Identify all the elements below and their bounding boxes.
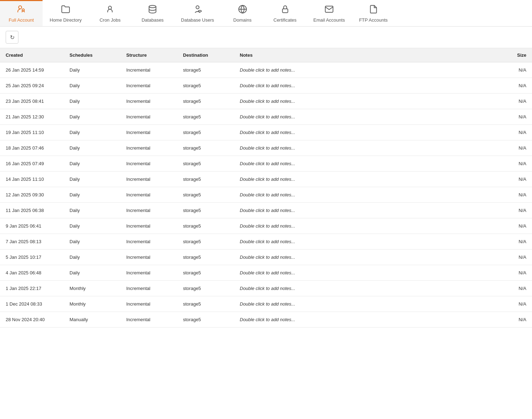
cell-created: 4 Jan 2025 06:48	[0, 265, 64, 281]
cell-structure: Incremental	[121, 109, 177, 125]
table-row[interactable]: 1 Jan 2025 22:17MonthlyIncrementalstorag…	[0, 281, 532, 296]
table-row[interactable]: 28 Nov 2024 20:40ManuallyIncrementalstor…	[0, 312, 532, 328]
table-row[interactable]: 11 Jan 2025 06:38DailyIncrementalstorage…	[0, 203, 532, 218]
cell-notes[interactable]: Double click to add notes...	[234, 312, 504, 328]
cell-destination: storage5	[177, 140, 234, 156]
svg-point-2	[109, 6, 112, 9]
cell-notes[interactable]: Double click to add notes...	[234, 234, 504, 250]
refresh-button[interactable]: ↻	[6, 31, 18, 44]
cell-notes[interactable]: Double click to add notes...	[234, 187, 504, 203]
cell-size: N/A	[504, 109, 532, 125]
cell-created: 18 Jan 2025 07:46	[0, 140, 64, 156]
cell-created: 16 Jan 2025 07:49	[0, 156, 64, 172]
cell-notes[interactable]: Double click to add notes...	[234, 125, 504, 140]
cell-schedules: Daily	[64, 218, 121, 234]
col-header-notes: Notes	[234, 48, 504, 62]
email-accounts-label: Email Accounts	[314, 17, 345, 23]
cell-destination: storage5	[177, 109, 234, 125]
table-row[interactable]: 21 Jan 2025 12:30DailyIncrementalstorage…	[0, 109, 532, 125]
cell-notes[interactable]: Double click to add notes...	[234, 296, 504, 312]
full-account-label: Full Account	[9, 17, 34, 23]
table-row[interactable]: 1 Dec 2024 08:33MonthlyIncrementalstorag…	[0, 296, 532, 312]
table-row[interactable]: 14 Jan 2025 11:10DailyIncrementalstorage…	[0, 172, 532, 187]
cell-notes[interactable]: Double click to add notes...	[234, 140, 504, 156]
tab-databases[interactable]: Databases	[131, 0, 174, 26]
table-row[interactable]: 7 Jan 2025 08:13DailyIncrementalstorage5…	[0, 234, 532, 250]
cell-structure: Incremental	[121, 218, 177, 234]
cell-created: 28 Nov 2024 20:40	[0, 312, 64, 328]
cron-jobs-label: Cron Jobs	[100, 17, 121, 23]
cell-schedules: Daily	[64, 78, 121, 94]
cell-notes[interactable]: Double click to add notes...	[234, 203, 504, 218]
ftp-accounts-label: FTP Accounts	[359, 17, 388, 23]
cell-created: 23 Jan 2025 08:41	[0, 94, 64, 109]
tab-ftp-accounts[interactable]: FTP Accounts	[352, 0, 395, 26]
col-header-structure: Structure	[121, 48, 177, 62]
cell-created: 9 Jan 2025 06:41	[0, 218, 64, 234]
cell-structure: Incremental	[121, 140, 177, 156]
tab-certificates[interactable]: Certificates	[264, 0, 306, 26]
cell-notes[interactable]: Double click to add notes...	[234, 94, 504, 109]
cell-created: 1 Dec 2024 08:33	[0, 296, 64, 312]
cell-size: N/A	[504, 172, 532, 187]
cell-schedules: Daily	[64, 62, 121, 78]
table-row[interactable]: 9 Jan 2025 06:41DailyIncrementalstorage5…	[0, 218, 532, 234]
cell-size: N/A	[504, 125, 532, 140]
cell-notes[interactable]: Double click to add notes...	[234, 156, 504, 172]
tab-home-directory[interactable]: Home Directory	[43, 0, 89, 26]
cell-structure: Incremental	[121, 94, 177, 109]
cell-notes[interactable]: Double click to add notes...	[234, 265, 504, 281]
cell-created: 21 Jan 2025 12:30	[0, 109, 64, 125]
table-row[interactable]: 26 Jan 2025 14:59DailyIncrementalstorage…	[0, 62, 532, 78]
cell-structure: Incremental	[121, 265, 177, 281]
cell-created: 26 Jan 2025 14:59	[0, 62, 64, 78]
table-row[interactable]: 16 Jan 2025 07:49DailyIncrementalstorage…	[0, 156, 532, 172]
cell-size: N/A	[504, 78, 532, 94]
cell-notes[interactable]: Double click to add notes...	[234, 78, 504, 94]
cell-created: 12 Jan 2025 09:30	[0, 187, 64, 203]
cell-size: N/A	[504, 234, 532, 250]
cell-notes[interactable]: Double click to add notes...	[234, 109, 504, 125]
cell-schedules: Daily	[64, 187, 121, 203]
cell-size: N/A	[504, 281, 532, 296]
backup-table-container: Created Schedules Structure Destination …	[0, 48, 532, 328]
cell-destination: storage5	[177, 281, 234, 296]
domains-label: Domains	[233, 17, 251, 23]
tab-email-accounts[interactable]: Email Accounts	[306, 0, 352, 26]
cell-structure: Incremental	[121, 312, 177, 328]
cell-destination: storage5	[177, 125, 234, 140]
databases-icon	[148, 5, 157, 15]
tab-database-users[interactable]: Database Users	[174, 0, 221, 26]
cell-destination: storage5	[177, 187, 234, 203]
table-row[interactable]: 23 Jan 2025 08:41DailyIncrementalstorage…	[0, 94, 532, 109]
table-row[interactable]: 5 Jan 2025 10:17DailyIncrementalstorage5…	[0, 250, 532, 265]
table-row[interactable]: 4 Jan 2025 06:48DailyIncrementalstorage5…	[0, 265, 532, 281]
cell-destination: storage5	[177, 203, 234, 218]
database-users-label: Database Users	[181, 17, 214, 23]
cell-notes[interactable]: Double click to add notes...	[234, 218, 504, 234]
cron-jobs-icon	[105, 5, 115, 15]
databases-label: Databases	[142, 17, 164, 23]
table-row[interactable]: 19 Jan 2025 11:10DailyIncrementalstorage…	[0, 125, 532, 140]
tab-full-account[interactable]: Full Account	[0, 0, 43, 26]
cell-size: N/A	[504, 265, 532, 281]
cell-notes[interactable]: Double click to add notes...	[234, 172, 504, 187]
cell-structure: Incremental	[121, 172, 177, 187]
tab-cron-jobs[interactable]: Cron Jobs	[89, 0, 131, 26]
cell-created: 7 Jan 2025 08:13	[0, 234, 64, 250]
tab-domains[interactable]: Domains	[221, 0, 264, 26]
cell-notes[interactable]: Double click to add notes...	[234, 250, 504, 265]
cell-notes[interactable]: Double click to add notes...	[234, 62, 504, 78]
cell-destination: storage5	[177, 250, 234, 265]
cell-notes[interactable]: Double click to add notes...	[234, 281, 504, 296]
cell-schedules: Daily	[64, 172, 121, 187]
cell-structure: Incremental	[121, 234, 177, 250]
table-row[interactable]: 12 Jan 2025 09:30DailyIncrementalstorage…	[0, 187, 532, 203]
cell-created: 14 Jan 2025 11:10	[0, 172, 64, 187]
cell-size: N/A	[504, 203, 532, 218]
cell-structure: Incremental	[121, 78, 177, 94]
table-row[interactable]: 18 Jan 2025 07:46DailyIncrementalstorage…	[0, 140, 532, 156]
table-row[interactable]: 25 Jan 2025 09:24DailyIncrementalstorage…	[0, 78, 532, 94]
cell-destination: storage5	[177, 172, 234, 187]
cell-destination: storage5	[177, 94, 234, 109]
